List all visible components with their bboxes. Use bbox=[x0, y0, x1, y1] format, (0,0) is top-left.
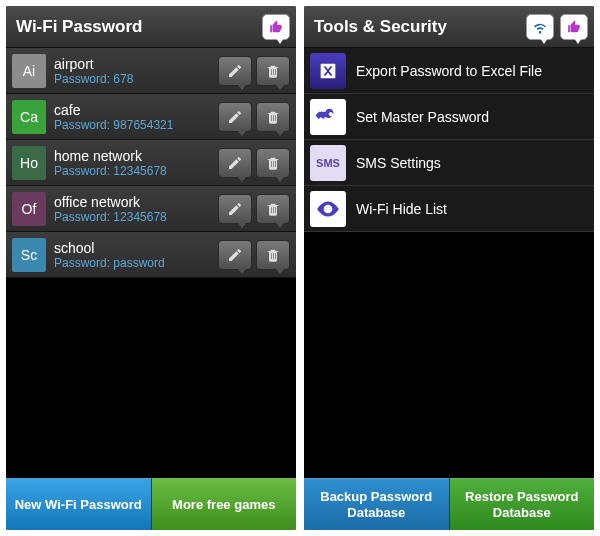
wifi-password: Password: 987654321 bbox=[54, 118, 218, 132]
wifi-row[interactable]: Sc school Password: password bbox=[6, 232, 296, 278]
titlebar: Wi-Fi Password bbox=[6, 6, 296, 48]
tool-label: Export Password to Excel File bbox=[356, 63, 542, 79]
wifi-avatar: Of bbox=[12, 192, 46, 226]
thumb-up-icon bbox=[567, 20, 581, 34]
bottom-bar: New Wi-Fi Password More free games bbox=[6, 478, 296, 530]
wifi-row[interactable]: Of office network Password: 12345678 bbox=[6, 186, 296, 232]
tool-label: Wi-Fi Hide List bbox=[356, 201, 447, 217]
wifi-row-text: office network Password: 12345678 bbox=[54, 194, 218, 224]
wifi-row-actions bbox=[218, 240, 290, 270]
edit-button[interactable] bbox=[218, 56, 252, 86]
wifi-avatar: Ho bbox=[12, 146, 46, 180]
screen-title: Wi-Fi Password bbox=[16, 17, 262, 37]
bottom-bar: Backup Password Database Restore Passwor… bbox=[304, 478, 594, 530]
pencil-icon bbox=[227, 109, 243, 125]
wifi-row-actions bbox=[218, 148, 290, 178]
pencil-icon bbox=[227, 155, 243, 171]
like-button[interactable] bbox=[262, 14, 290, 40]
delete-button[interactable] bbox=[256, 148, 290, 178]
wifi-row-text: cafe Password: 987654321 bbox=[54, 102, 218, 132]
backup-database-button[interactable]: Backup Password Database bbox=[304, 478, 450, 530]
wifi-avatar: Ca bbox=[12, 100, 46, 134]
thumb-up-icon bbox=[269, 20, 283, 34]
delete-button[interactable] bbox=[256, 56, 290, 86]
wifi-password: Password: 12345678 bbox=[54, 210, 218, 224]
empty-area bbox=[6, 278, 296, 478]
delete-button[interactable] bbox=[256, 240, 290, 270]
wifi-password: Password: password bbox=[54, 256, 218, 270]
empty-area bbox=[304, 232, 594, 478]
wifi-name: home network bbox=[54, 148, 218, 164]
wifi-avatar: Sc bbox=[12, 238, 46, 272]
trash-icon bbox=[265, 247, 281, 263]
wifi-row[interactable]: Ho home network Password: 12345678 bbox=[6, 140, 296, 186]
wifi-row-text: airport Password: 678 bbox=[54, 56, 218, 86]
tool-label: SMS Settings bbox=[356, 155, 441, 171]
pencil-icon bbox=[227, 247, 243, 263]
screen-title: Tools & Security bbox=[314, 17, 526, 37]
wifi-row[interactable]: Ca cafe Password: 987654321 bbox=[6, 94, 296, 140]
svg-point-0 bbox=[326, 206, 330, 210]
wifi-password: Password: 12345678 bbox=[54, 164, 218, 178]
delete-button[interactable] bbox=[256, 194, 290, 224]
wifi-password: Password: 678 bbox=[54, 72, 218, 86]
edit-button[interactable] bbox=[218, 148, 252, 178]
pencil-icon bbox=[227, 63, 243, 79]
wifi-row-actions bbox=[218, 56, 290, 86]
wifi-name: airport bbox=[54, 56, 218, 72]
wifi-icon bbox=[532, 19, 548, 35]
excel-icon bbox=[310, 53, 346, 89]
wifi-name: cafe bbox=[54, 102, 218, 118]
like-button[interactable] bbox=[560, 14, 588, 40]
trash-icon bbox=[265, 63, 281, 79]
tool-export-excel[interactable]: Export Password to Excel File bbox=[304, 48, 594, 94]
wifi-row-actions bbox=[218, 102, 290, 132]
pencil-icon bbox=[227, 201, 243, 217]
trash-icon bbox=[265, 201, 281, 217]
tool-sms-settings[interactable]: SMS SMS Settings bbox=[304, 140, 594, 186]
restore-database-button[interactable]: Restore Password Database bbox=[450, 478, 595, 530]
tool-master-password[interactable]: Set Master Password bbox=[304, 94, 594, 140]
edit-button[interactable] bbox=[218, 102, 252, 132]
wifi-avatar: Ai bbox=[12, 54, 46, 88]
titlebar-actions bbox=[526, 14, 588, 40]
trash-icon bbox=[265, 109, 281, 125]
wifi-name: office network bbox=[54, 194, 218, 210]
new-wifi-password-button[interactable]: New Wi-Fi Password bbox=[6, 478, 152, 530]
wifi-name: school bbox=[54, 240, 218, 256]
wifi-button[interactable] bbox=[526, 14, 554, 40]
trash-icon bbox=[265, 155, 281, 171]
wifi-row-text: school Password: password bbox=[54, 240, 218, 270]
delete-button[interactable] bbox=[256, 102, 290, 132]
wifi-password-screen: Wi-Fi Password Ai airport Password: 678 … bbox=[6, 6, 296, 530]
tool-label: Set Master Password bbox=[356, 109, 489, 125]
tool-hide-list[interactable]: Wi-Fi Hide List bbox=[304, 186, 594, 232]
wifi-row-text: home network Password: 12345678 bbox=[54, 148, 218, 178]
sms-icon: SMS bbox=[310, 145, 346, 181]
key-icon bbox=[310, 99, 346, 135]
edit-button[interactable] bbox=[218, 194, 252, 224]
wifi-list: Ai airport Password: 678 Ca cafe Passwor… bbox=[6, 48, 296, 278]
titlebar-actions bbox=[262, 14, 290, 40]
more-free-games-button[interactable]: More free games bbox=[152, 478, 297, 530]
eye-icon bbox=[310, 191, 346, 227]
titlebar: Tools & Security bbox=[304, 6, 594, 48]
tools-list: Export Password to Excel File Set Master… bbox=[304, 48, 594, 232]
wifi-row[interactable]: Ai airport Password: 678 bbox=[6, 48, 296, 94]
edit-button[interactable] bbox=[218, 240, 252, 270]
wifi-row-actions bbox=[218, 194, 290, 224]
tools-security-screen: Tools & Security Export Password to Exce… bbox=[304, 6, 594, 530]
